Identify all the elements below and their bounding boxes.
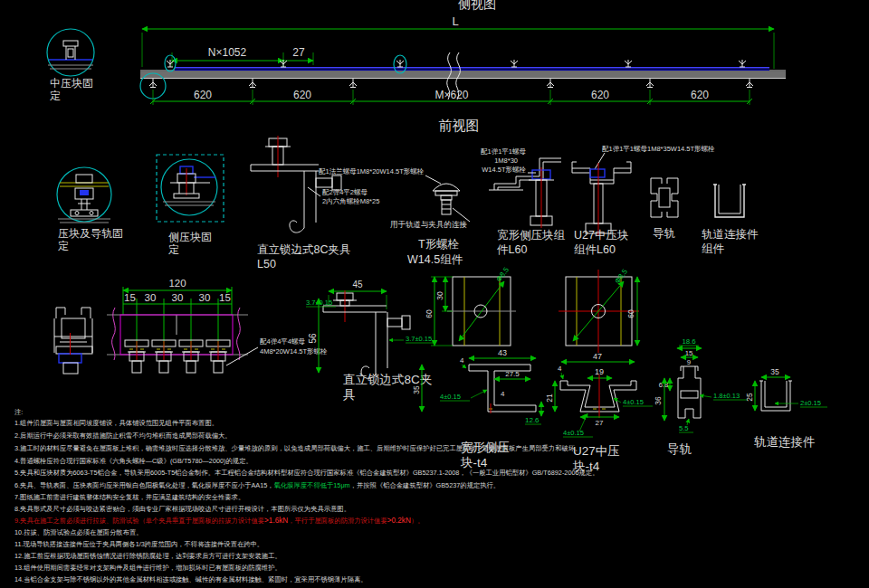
component-rail-connector: 轨道连接件 组件 (702, 185, 759, 255)
detail-clamp-rail-section (54, 308, 92, 374)
dim-wide-35: 35 (412, 385, 421, 394)
dim-u27-tol-right: 4±0.15 (623, 398, 644, 406)
dim-wide-4-stem: 4 (501, 390, 505, 398)
notes-heading: 注: (14, 408, 23, 416)
clamp-symbol (349, 79, 357, 88)
annotation-hex-bolt: 2内六角螺栓M8*25 (322, 197, 379, 205)
dim-rail-186: 18.6 (682, 337, 695, 346)
note-line: 3.施工时的材料应尽量避免在屋面板上堆积，确需堆放时应选择分散堆放、少量堆放的原… (14, 444, 581, 452)
note-line: 1.组件沿屋面与屋面相同坡度铺设，具体铺设范围见组件平面布置图。 (14, 419, 218, 427)
dim-rail-9: 9 (687, 358, 691, 366)
annotation-flange-nut: 配1法兰螺母1M8*20W14.5T形螺栓 (319, 167, 425, 175)
dim-splice-seg: 15 (124, 292, 136, 303)
component-label: 导轨 (653, 227, 676, 240)
component-label: 轨道连接件 (702, 228, 759, 241)
dim-seg3: M×620 (434, 89, 468, 101)
dim-rail-15: 15 (685, 349, 693, 357)
detail-u27-profile: 47 19 4 21 4±0.15 27 4±0.15 U27中压 块-t4 (545, 352, 653, 473)
component-label: L50 (257, 258, 276, 270)
note-line-warning: 9.夹具在施工之前必须进行拉拔、防滑试验（单个夹具垂直于屋面板的拉拔力设计值要>… (14, 517, 424, 525)
dim-8c-height: 56 (308, 333, 318, 344)
detail-label: 具 (343, 388, 356, 402)
component-rail: 导轨 (651, 178, 678, 240)
dashed-selection-box (157, 155, 224, 222)
component-label: 宽形侧压块组 (497, 229, 566, 242)
dim-rail-68: 6.8 (659, 381, 668, 389)
clamp-symbol (511, 60, 518, 67)
note-line: 8.夹具形式及尺寸必须与咬边紧密贴合，须由专业厂家根据现场咬边尺寸进行开模设计，… (14, 505, 350, 513)
dim-module-spacing: N×1052 (208, 46, 247, 59)
dim-hole-diameter: Φ8.5 (494, 265, 511, 283)
detail-wide-clamp-plate: Φ8.5 30 60 (425, 265, 516, 346)
splice-bolt (206, 340, 230, 373)
component-label: T形螺栓 (418, 238, 460, 251)
dim-seg4: 620 (591, 89, 609, 101)
component-label: W14.5组件 (407, 253, 463, 266)
bolt-highlight (80, 190, 89, 195)
note-line: 5.夹具和压块材质为6063-T5铝合金，导轨采用6005-T5铝合金制作。本工… (14, 469, 598, 477)
note-line: 2.后期运行中必须采取有效措施防止积雪不均匀堆积而造成局部荷载偏大。 (14, 432, 232, 440)
callout-mid-clamp: 中压块固 定 (47, 29, 94, 102)
clamp-symbol (625, 60, 632, 67)
dim-conn-tol: 2±0.15 (800, 399, 821, 407)
note-line: 12.施工前应根据现场屋面锈蚀情况进行除锈防腐处理，达到要求后方可进行支架安装施… (14, 552, 282, 560)
component-u27-clamp: 配1弹1平1螺母1M8*35W14.5T形螺栓 U27中压块 组件L60 (572, 145, 715, 256)
callout-label: 中压块固 (50, 77, 93, 90)
detail-label: 导轨 (667, 442, 692, 456)
dim-8c-thickness-left: 3.7±0.15 (306, 299, 332, 307)
dim-plate-60: 60 (425, 309, 434, 318)
callout-label: 侧压块固 (168, 231, 212, 243)
dim-u27-plate-60: 60 (626, 309, 635, 318)
annotation-usage: 用于轨道与夹具的连接 (390, 220, 468, 229)
detail-rail-profile: 18.6 15 9 6.8 36 1.8±0.13 5.5 导轨 (654, 337, 748, 456)
dim-u27-47: 47 (593, 352, 602, 361)
clamp-symbol (646, 79, 654, 88)
splice-bolt (179, 340, 203, 373)
component-label: 组件 (702, 242, 725, 255)
detail-rail-splice: 120 15 30 30 30 15 配4弹4平4螺母 4M8*20W14.5T… (107, 278, 328, 373)
component-t-bolt: 用于轨道与夹具的连接 T形螺栓 W14.5组件 (390, 184, 470, 266)
dim-rail-18: 1.8±0.13 (713, 392, 740, 400)
clamp-symbol (746, 79, 753, 88)
dim-plate-30: 30 (435, 291, 444, 300)
callout-side-clamp: 侧压块固 定 (157, 155, 224, 256)
dim-wide-43: 43 (498, 348, 507, 357)
component-label: 直立锁边式8C夹具 (257, 243, 350, 256)
dim-8c-thickness-right: 3.7±0.15 (406, 335, 432, 343)
clamp-symbol (249, 79, 256, 88)
dim-seg5: 620 (691, 89, 709, 101)
annotation-splice-bolts: 配4弹4平4螺母 (260, 337, 306, 346)
annotation-nut: W14.5T形螺栓 (482, 166, 526, 174)
dim-conn-25: 25 (745, 393, 754, 402)
dim-8c-width: 45 (352, 280, 363, 289)
dim-splice-seg: 15 (219, 292, 231, 303)
dim-seg1: 620 (194, 89, 212, 101)
side-view-title: 侧视图 (458, 0, 496, 11)
annotation-nut: 1M8*30 (494, 156, 518, 165)
dim-u27-tol-bottom: 4±0.15 (563, 429, 584, 437)
callout-label: 定 (50, 90, 61, 102)
dim-u27-21: 21 (545, 394, 554, 403)
cad-drawing-canvas: 侧视图 L N×1052 27 (0, 0, 869, 588)
clamp-symbol (149, 79, 157, 88)
clamp-symbol (396, 60, 404, 67)
dim-rail-55: 5.5 (679, 424, 688, 432)
splice-bolt (125, 340, 148, 373)
dim-wide-tol: 4±0.15 (440, 393, 461, 401)
detail-8c-clamp: 45 3.7±0.15 56 3.7±0.15 直立锁边式8C夹 具 (306, 280, 435, 402)
component-wide-side-clamp: 配1弹1平1螺母 1M8*30 W14.5T形螺栓 宽形侧压块组 件L60 (481, 147, 566, 256)
front-view-title: 前视图 (439, 118, 480, 133)
dim-u27-4: 4 (558, 365, 562, 373)
dim-wide-275: 27.5 (505, 370, 520, 378)
roof-beam (140, 68, 786, 79)
dim-splice-total: 120 (168, 278, 186, 289)
detail-label: 块-t4 (460, 456, 488, 469)
component-label: 组件L60 (574, 243, 616, 256)
annotation-hex-bolt: 配2弹4平2螺母 (322, 188, 368, 196)
note-line: 6.夹具、导轨表面、压块表面均应采用银白色阳极氧化处理，氧化膜厚度不应小于AA1… (14, 481, 500, 489)
annotation-nut: 配1弹1平1螺母 (481, 147, 527, 156)
annotation-nut: 配1弹1平1螺母1M8*35W14.5T形螺栓 (602, 145, 715, 153)
dim-seg2: 620 (293, 89, 311, 101)
dim-conn-35: 35 (770, 367, 779, 376)
clamp-symbol (739, 60, 746, 67)
